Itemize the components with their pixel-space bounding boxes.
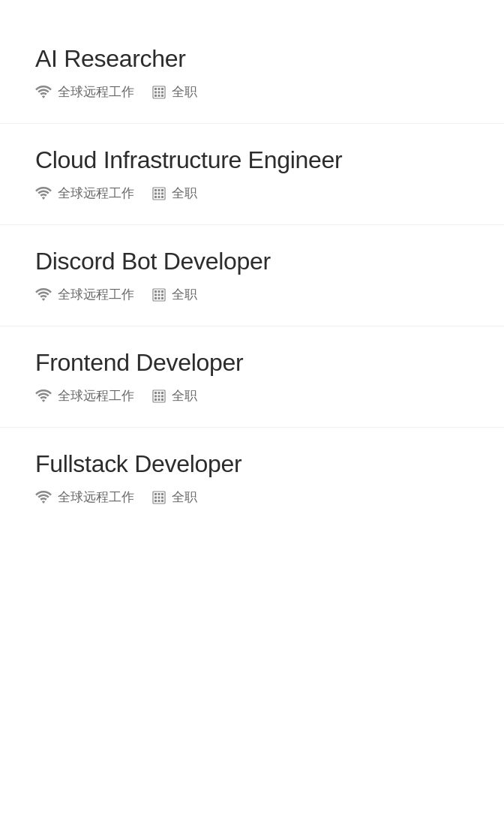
svg-rect-41 — [154, 493, 157, 495]
svg-rect-14 — [154, 192, 157, 194]
svg-rect-4 — [154, 91, 157, 93]
svg-rect-36 — [161, 395, 164, 397]
svg-rect-5 — [158, 91, 160, 93]
svg-rect-46 — [161, 496, 164, 498]
svg-rect-28 — [158, 297, 160, 299]
type-meta: 全职 — [152, 286, 197, 303]
svg-rect-47 — [154, 500, 157, 502]
svg-rect-42 — [158, 493, 160, 495]
svg-rect-15 — [158, 192, 160, 194]
svg-rect-34 — [154, 395, 157, 397]
svg-rect-6 — [161, 91, 164, 93]
svg-rect-27 — [154, 297, 157, 299]
svg-rect-29 — [161, 297, 164, 299]
type-text: 全职 — [172, 185, 197, 202]
job-meta: 全球远程工作 — [35, 286, 469, 303]
svg-rect-33 — [161, 392, 164, 394]
svg-rect-43 — [161, 493, 164, 495]
location-meta: 全球远程工作 — [35, 387, 134, 404]
svg-rect-35 — [158, 395, 160, 397]
building-icon — [152, 86, 166, 99]
job-title: Fullstack Developer — [35, 450, 469, 478]
location-text: 全球远程工作 — [58, 286, 134, 303]
svg-rect-22 — [158, 290, 160, 293]
type-meta: 全职 — [152, 83, 197, 101]
svg-rect-48 — [158, 500, 160, 502]
wifi-icon — [35, 86, 52, 98]
svg-rect-9 — [161, 95, 164, 97]
job-item[interactable]: Fullstack Developer 全球远程工作 — [0, 428, 504, 528]
job-title: Frontend Developer — [35, 349, 469, 377]
type-text: 全职 — [172, 286, 197, 303]
svg-rect-13 — [161, 189, 164, 191]
wifi-icon — [35, 187, 52, 200]
type-text: 全职 — [172, 83, 197, 101]
location-meta: 全球远程工作 — [35, 489, 134, 506]
building-icon — [152, 187, 166, 200]
type-text: 全职 — [172, 387, 197, 404]
building-icon — [152, 491, 166, 504]
building-icon — [152, 389, 166, 403]
svg-rect-49 — [161, 500, 164, 502]
type-meta: 全职 — [152, 185, 197, 202]
svg-rect-8 — [158, 95, 160, 97]
svg-rect-25 — [158, 293, 160, 296]
svg-rect-23 — [161, 290, 164, 293]
location-text: 全球远程工作 — [58, 83, 134, 101]
svg-rect-24 — [154, 293, 157, 296]
job-list: AI Researcher 全球远程工作 — [0, 0, 504, 551]
svg-rect-39 — [161, 398, 164, 401]
location-meta: 全球远程工作 — [35, 286, 134, 303]
location-text: 全球远程工作 — [58, 489, 134, 506]
svg-rect-11 — [154, 189, 157, 191]
svg-rect-18 — [158, 196, 160, 198]
job-title: AI Researcher — [35, 45, 469, 73]
svg-rect-45 — [158, 496, 160, 498]
svg-rect-38 — [158, 398, 160, 401]
svg-rect-32 — [158, 392, 160, 394]
svg-rect-7 — [154, 95, 157, 97]
svg-rect-2 — [158, 88, 160, 90]
wifi-icon — [35, 389, 52, 402]
svg-rect-37 — [154, 398, 157, 401]
location-text: 全球远程工作 — [58, 387, 134, 404]
location-meta: 全球远程工作 — [35, 83, 134, 101]
svg-rect-31 — [154, 392, 157, 394]
svg-rect-26 — [161, 293, 164, 296]
job-item[interactable]: AI Researcher 全球远程工作 — [0, 23, 504, 124]
job-meta: 全球远程工作 — [35, 185, 469, 202]
svg-rect-12 — [158, 189, 160, 191]
svg-rect-17 — [154, 196, 157, 198]
job-meta: 全球远程工作 — [35, 387, 469, 404]
svg-rect-19 — [161, 196, 164, 198]
type-meta: 全职 — [152, 387, 197, 404]
location-text: 全球远程工作 — [58, 185, 134, 202]
job-title: Cloud Infrastructure Engineer — [35, 146, 469, 174]
svg-rect-3 — [161, 88, 164, 90]
job-meta: 全球远程工作 — [35, 83, 469, 101]
location-meta: 全球远程工作 — [35, 185, 134, 202]
type-meta: 全职 — [152, 489, 197, 506]
job-item[interactable]: Frontend Developer 全球远程工作 — [0, 326, 504, 428]
job-item[interactable]: Discord Bot Developer 全球远程工作 — [0, 225, 504, 326]
building-icon — [152, 288, 166, 302]
job-title: Discord Bot Developer — [35, 248, 469, 275]
svg-rect-21 — [154, 290, 157, 293]
wifi-icon — [35, 288, 52, 301]
wifi-icon — [35, 491, 52, 504]
type-text: 全职 — [172, 489, 197, 506]
job-item[interactable]: Cloud Infrastructure Engineer 全球远程工作 — [0, 124, 504, 225]
job-meta: 全球远程工作 — [35, 489, 469, 506]
svg-rect-1 — [154, 88, 157, 90]
svg-rect-44 — [154, 496, 157, 498]
svg-rect-16 — [161, 192, 164, 194]
